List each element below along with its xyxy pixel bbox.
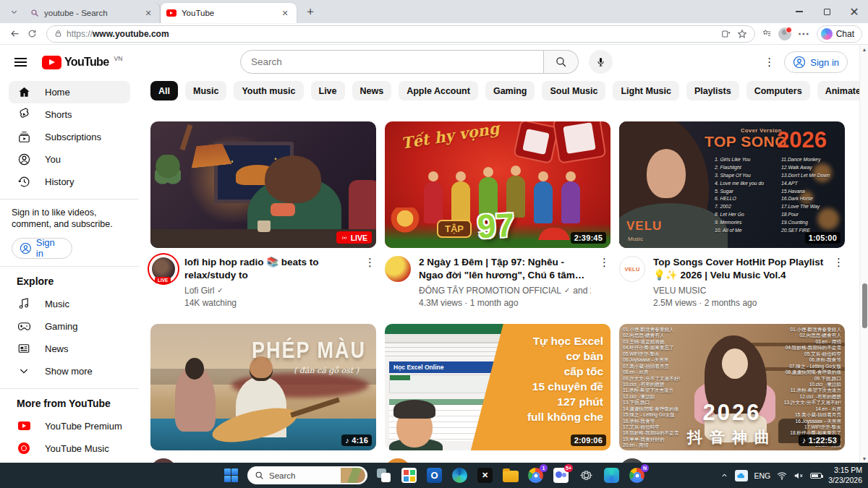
category-chip[interactable]: All	[150, 81, 178, 100]
youtube-logo[interactable]: YouTube VN	[42, 55, 122, 69]
chrome-profile-icon[interactable]: N	[628, 466, 646, 484]
category-chip[interactable]: Gaming	[485, 81, 535, 100]
wifi-icon[interactable]	[777, 471, 787, 480]
shorts-icon	[17, 108, 31, 122]
youtube-region-label: VN	[114, 55, 123, 62]
sidebar-item-show-more[interactable]: Show more	[9, 360, 130, 382]
category-chip[interactable]: Computers	[746, 81, 810, 100]
outlook-icon[interactable]: O	[425, 466, 443, 484]
category-chip[interactable]: Animated films	[817, 81, 859, 100]
settings-icon[interactable]	[577, 466, 595, 484]
taskbar-search[interactable]: Search	[247, 466, 367, 484]
toolbar-right: ⋯ Chat	[761, 25, 862, 43]
thumbnail-text-line: 127 phút	[527, 395, 603, 410]
back-icon[interactable]	[6, 25, 23, 43]
collections-icon[interactable]	[761, 28, 772, 39]
browser-profile-avatar[interactable]	[778, 27, 791, 40]
category-chip-bar: AllMusicYouth musicLiveNewsApple Account…	[150, 81, 859, 100]
video-menu-icon[interactable]: ⋮	[599, 256, 608, 308]
scroll-up-icon[interactable]: ▲	[860, 45, 868, 53]
video-title[interactable]: Top Songs Cover HotHit Pop Playlist 💡✨ 2…	[653, 256, 825, 282]
edge-browser-icon[interactable]	[451, 466, 469, 484]
window-maximize-button[interactable]	[813, 0, 841, 23]
header-more-icon[interactable]: ⋮	[764, 56, 771, 69]
channel-avatar[interactable]	[385, 256, 411, 282]
window-close-button[interactable]: ✕	[841, 0, 868, 23]
channel-avatar[interactable]: LIVE	[150, 256, 176, 282]
window-minimize-button[interactable]	[786, 0, 813, 23]
language-indicator[interactable]: ENG	[754, 471, 771, 480]
category-chip[interactable]: Soul Music	[542, 81, 605, 100]
task-view-button[interactable]	[375, 466, 393, 484]
scrollbar-thumb[interactable]	[862, 283, 867, 328]
category-chip[interactable]: Youth music	[234, 81, 303, 100]
video-thumbnail[interactable]: Cover Version TOP SONG 2026 1. Girls Lik…	[619, 121, 845, 248]
toolbar-more-icon[interactable]: ⋯	[798, 27, 810, 40]
sidebar-item-gaming[interactable]: Gaming	[9, 315, 130, 338]
phone-link-icon[interactable]	[603, 466, 621, 484]
onedrive-icon[interactable]	[735, 470, 748, 481]
browser-tab-youtube[interactable]: YouTube ✕	[161, 3, 297, 23]
search-input[interactable]	[251, 56, 533, 67]
browser-tab-search[interactable]: youtube - Search ✕	[25, 3, 161, 23]
video-thumbnail[interactable]: Học Excel Online Tự học Excelcơ bảncấp t…	[385, 324, 610, 450]
sidebar-item-subscriptions[interactable]: Subscriptions	[9, 126, 130, 148]
address-bar[interactable]: https:// www.youtube.com	[46, 25, 755, 43]
sidebar-item-music[interactable]: Music	[9, 293, 130, 315]
new-tab-button[interactable]: ＋	[301, 2, 320, 21]
battery-icon[interactable]	[810, 473, 822, 479]
sidebar-item-news[interactable]: News	[9, 338, 130, 360]
tab-close-icon[interactable]: ✕	[142, 7, 154, 19]
voice-search-button[interactable]	[589, 50, 613, 74]
sidebar-item-youtube-music[interactable]: YouTube Music	[9, 437, 130, 460]
tab-list-chevron-icon[interactable]	[4, 2, 23, 21]
sidebar-signin-button[interactable]: Sign in	[12, 238, 72, 259]
refresh-icon[interactable]	[23, 25, 41, 43]
category-chip[interactable]: Playlists	[686, 81, 739, 100]
chrome-icon[interactable]: 1	[527, 466, 545, 484]
time-label: 3:15 PM	[828, 466, 862, 475]
sidebar-item-you[interactable]: You	[9, 148, 130, 171]
taskbar-clock[interactable]: 3:15 PM 3/23/2026	[828, 466, 862, 484]
video-thumbnail[interactable]: LIVE	[150, 121, 376, 248]
sidebar-item-shorts[interactable]: Shorts	[9, 103, 130, 126]
teams-icon[interactable]: 5+	[552, 466, 570, 484]
video-title[interactable]: lofi hip hop radio 📚 beats to relax/stud…	[184, 256, 357, 282]
channel-avatar[interactable]: VELU	[619, 256, 645, 282]
channel-name[interactable]: ĐÔNG TÂY PROMOTION OFFICIAL	[419, 286, 561, 296]
video-thumbnail[interactable]: Tết hy vọng TẬP	[385, 121, 610, 248]
video-title[interactable]: 2 Ngày 1 Đêm | Tập 97: Nghêu - Ngao đời …	[419, 256, 591, 282]
sidebar-item-youtube-premium[interactable]: YouTube Premium	[9, 415, 130, 437]
header-signin-button[interactable]: Sign in	[784, 51, 848, 73]
search-button[interactable]	[544, 50, 579, 74]
tray-chevron-up-icon[interactable]	[720, 471, 728, 479]
channel-name[interactable]: VELU MUSIC	[653, 286, 706, 296]
explore-title: Explore	[9, 274, 130, 293]
capcut-icon[interactable]: ✕	[476, 466, 494, 484]
video-menu-icon[interactable]: ⋮	[365, 256, 373, 308]
microsoft-store-icon[interactable]	[400, 466, 418, 484]
tab-close-icon[interactable]: ✕	[279, 7, 291, 19]
copilot-chat-button[interactable]: Chat	[817, 25, 862, 43]
signin-label: Sign in	[36, 237, 64, 259]
volume-muted-icon[interactable]	[793, 471, 804, 480]
guide-menu-icon[interactable]	[12, 53, 29, 71]
video-menu-icon[interactable]: ⋮	[833, 256, 842, 308]
scroll-down-icon[interactable]: ▼	[860, 454, 868, 463]
sidebar-item-history[interactable]: History	[9, 171, 130, 193]
page-scrollbar[interactable]: ▲ ▼	[859, 45, 868, 463]
file-explorer-icon[interactable]	[501, 466, 519, 484]
category-chip[interactable]: Live	[311, 81, 345, 100]
video-thumbnail[interactable]: PHÉP MÀU ( đàn cá gỗ ost ) ♪ 4:16	[150, 324, 376, 450]
search-box[interactable]	[240, 50, 544, 74]
sidebar-item-home[interactable]: Home	[9, 81, 130, 103]
favorite-star-icon[interactable]	[737, 29, 747, 39]
split-screen-icon[interactable]	[721, 29, 731, 39]
category-chip[interactable]: Music	[185, 81, 226, 100]
category-chip[interactable]: Light Music	[613, 81, 678, 100]
channel-name[interactable]: Lofi Girl	[184, 286, 214, 296]
category-chip[interactable]: Apple Account	[399, 81, 478, 100]
video-thumbnail[interactable]: 01.小煙-斷送青春愛錯人02.向思思-總會有人03.王晴-還是錯過她04.旺仔…	[619, 324, 845, 450]
category-chip[interactable]: News	[352, 81, 392, 100]
start-button[interactable]	[222, 466, 240, 484]
